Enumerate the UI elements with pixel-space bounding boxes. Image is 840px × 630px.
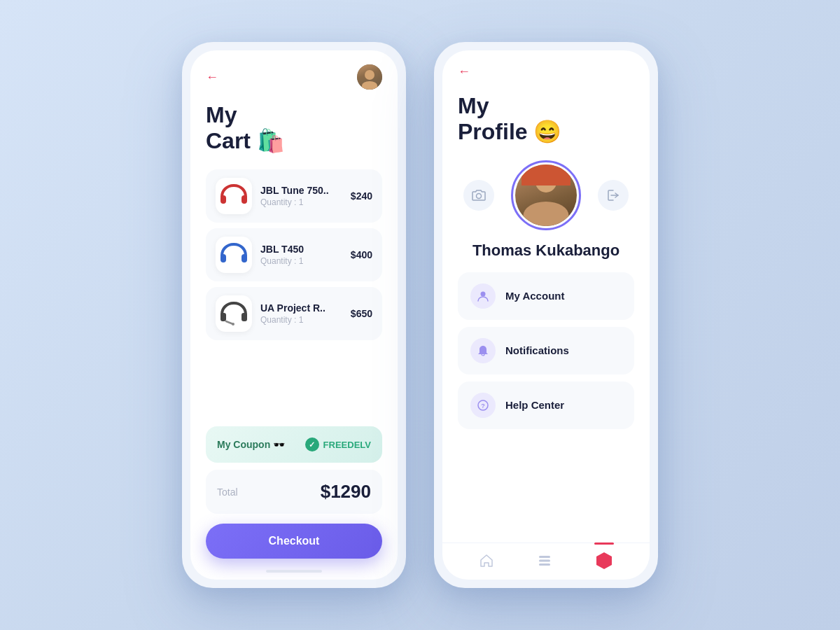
total-box: Total $1290 (206, 470, 382, 514)
back-arrow-profile-icon[interactable]: ← (458, 64, 470, 79)
check-icon: ✓ (305, 438, 319, 451)
nav-active-indicator (594, 542, 614, 545)
item-name: JBL Tune 750.. (260, 185, 342, 196)
account-icon (470, 284, 496, 309)
coupon-box[interactable]: My Coupon 🕶️ ✓ FREEDELV (206, 426, 382, 463)
coupon-badge: ✓ FREEDELV (305, 438, 371, 451)
item-icon-ua (216, 295, 252, 332)
cart-item[interactable]: UA Project R.. Quantity : 1 $650 (206, 287, 382, 340)
notifications-icon (470, 338, 496, 363)
profile-screen: ← My Profile 😄 (442, 50, 650, 580)
item-icon-jbl450 (216, 237, 252, 273)
logout-icon-button[interactable] (598, 180, 629, 211)
total-amount: $1290 (321, 481, 371, 503)
cart-title: My Cart 🛍️ (206, 102, 382, 154)
profile-header: ← (458, 64, 634, 79)
svg-rect-14 (539, 560, 550, 562)
coupon-code: FREEDELV (323, 440, 371, 450)
profile-avatar-image (515, 164, 577, 226)
notifications-menu-item[interactable]: Notifications (458, 327, 634, 374)
item-price: $650 (351, 308, 372, 319)
user-avatar-small[interactable] (357, 64, 382, 90)
cart-header: ← (206, 64, 382, 90)
svg-rect-2 (220, 254, 226, 262)
bottom-indicator (266, 570, 322, 573)
profile-avatar-large (511, 160, 581, 230)
coupon-label: My Coupon 🕶️ (217, 439, 285, 450)
help-center-menu-item[interactable]: ? Help Center (458, 382, 634, 429)
back-arrow-icon[interactable]: ← (206, 70, 218, 85)
cart-phone: ← My Cart 🛍️ (182, 42, 406, 588)
profile-avatar-section (458, 160, 634, 230)
item-name: UA Project R.. (260, 302, 342, 314)
profile-phone: ← My Profile 😄 (434, 42, 658, 588)
cart-items-list: JBL Tune 750.. Quantity : 1 $240 (206, 169, 382, 419)
profile-name: Thomas Kukabango (458, 241, 634, 260)
svg-rect-15 (539, 564, 550, 566)
svg-text:?: ? (481, 402, 485, 410)
svg-point-8 (477, 193, 482, 198)
my-account-menu-item[interactable]: My Account (458, 272, 634, 320)
my-account-label: My Account (505, 290, 564, 302)
item-qty: Quantity : 1 (260, 315, 342, 325)
nav-list[interactable] (537, 553, 552, 568)
cart-screen: ← My Cart 🛍️ (190, 50, 398, 580)
camera-icon-button[interactable] (463, 180, 494, 211)
help-icon: ? (470, 393, 496, 418)
item-info-jbl450: JBL T450 Quantity : 1 (260, 244, 342, 266)
item-price: $240 (351, 190, 372, 202)
profile-title: My Profile 😄 (458, 93, 634, 145)
help-center-label: Help Center (505, 399, 564, 411)
checkout-button[interactable]: Checkout (206, 524, 382, 559)
cart-item[interactable]: JBL T450 Quantity : 1 $400 (206, 228, 382, 281)
svg-rect-13 (539, 556, 550, 558)
svg-point-7 (232, 323, 234, 326)
svg-marker-16 (596, 552, 612, 569)
bottom-nav (442, 542, 650, 580)
svg-rect-0 (220, 195, 226, 204)
svg-rect-4 (220, 313, 226, 321)
nav-settings[interactable] (595, 552, 613, 570)
item-icon-jbl750 (216, 178, 252, 214)
phones-container: ← My Cart 🛍️ (182, 42, 658, 588)
nav-home[interactable] (479, 553, 494, 568)
item-qty: Quantity : 1 (260, 256, 342, 266)
cart-item[interactable]: JBL Tune 750.. Quantity : 1 $240 (206, 169, 382, 223)
notifications-label: Notifications (505, 344, 569, 356)
item-price: $400 (351, 249, 372, 260)
item-name: JBL T450 (260, 244, 342, 255)
item-info-jbl750: JBL Tune 750.. Quantity : 1 (260, 185, 342, 207)
item-qty: Quantity : 1 (260, 197, 342, 207)
item-info-ua: UA Project R.. Quantity : 1 (260, 302, 342, 325)
svg-point-10 (481, 291, 486, 296)
total-label: Total (217, 486, 238, 498)
